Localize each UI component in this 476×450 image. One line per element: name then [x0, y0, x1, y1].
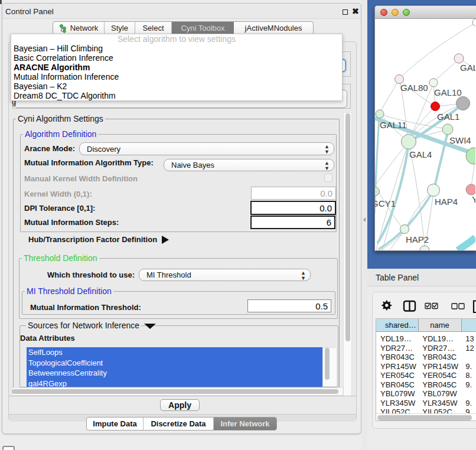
svg-text:GAL80: GAL80 [400, 83, 428, 93]
svg-text:GAL10: GAL10 [434, 87, 462, 97]
svg-text:GAL: GAL [460, 63, 475, 73]
svg-text:HAP2: HAP2 [406, 234, 429, 244]
svg-text:GAL1: GAL1 [437, 112, 459, 122]
svg-text:SWI4: SWI4 [449, 135, 471, 145]
svg-text:HAP4: HAP4 [435, 197, 458, 207]
svg-text:GCY1: GCY1 [375, 198, 396, 208]
svg-text:Y: Y [472, 194, 475, 204]
svg-text:GAL4: GAL4 [409, 149, 432, 159]
svg-text:GAL11: GAL11 [380, 120, 407, 130]
